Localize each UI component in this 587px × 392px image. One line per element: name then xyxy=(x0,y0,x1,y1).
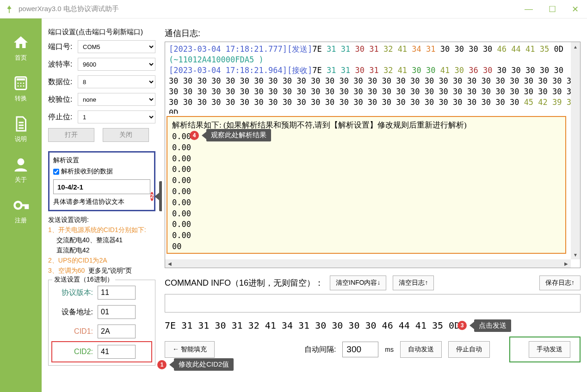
annotation-tip-1: 修改此处CID2值 xyxy=(174,358,234,371)
log-header: 通信日志: xyxy=(165,28,581,39)
annotation-tip-4: 观察此处解析结果 xyxy=(206,129,271,141)
scroll-right-icon[interactable]: ▶ xyxy=(562,259,571,268)
send-settings-fieldset: 发送设置（16进制） 协议版本: 设备地址: CID1: CID2: xyxy=(48,280,155,366)
addr-label: 设备地址: xyxy=(52,307,93,317)
parse-settings-box: 解析设置 解析接收到的数据 具体请参考通信协议文本 2 修改此处规则 xyxy=(48,151,155,211)
svg-point-11 xyxy=(18,159,25,165)
scroll-up-icon[interactable]: ▲ xyxy=(571,42,580,51)
port-settings-title: 端口设置(点击端口号刷新端口) xyxy=(48,28,155,37)
send-help-line: 1、开关电源系统的CID1分别如下: xyxy=(48,226,155,234)
annotation-arrow-icon xyxy=(169,361,174,368)
svg-point-2 xyxy=(18,83,19,84)
send-help-line: 2、UPS的CID1为2A xyxy=(48,257,155,265)
parse-value: 00 xyxy=(172,252,561,254)
parity-select[interactable]: none xyxy=(78,93,155,106)
log-encoded: (~11012A410000FDA5 ) xyxy=(169,55,264,64)
sidebar-item-home[interactable]: 首页 xyxy=(0,28,42,68)
parse-rule-input[interactable] xyxy=(53,179,150,194)
annotation-arrow-icon xyxy=(470,322,474,329)
annotation-badge-2: 2 xyxy=(150,192,154,201)
vertical-scrollbar[interactable]: ▲▼ xyxy=(571,42,580,259)
stopbits-label: 停止位: xyxy=(48,112,78,122)
sidebar-item-about[interactable]: 关于 xyxy=(0,150,42,190)
cid2-highlight-box: CID2: xyxy=(51,341,152,362)
sidebar-item-register[interactable]: 注册 xyxy=(0,190,42,231)
annotation-badge-1: 1 xyxy=(157,360,167,369)
save-log-button[interactable]: 保存日志↑ xyxy=(539,276,581,290)
interval-label: 自动间隔: xyxy=(304,345,336,355)
parse-value: 0.00 xyxy=(172,175,561,186)
port-select[interactable]: COM5 xyxy=(78,40,155,53)
open-port-button[interactable]: 打开 xyxy=(48,128,94,142)
parse-value: 0.00 xyxy=(172,208,561,220)
log-hex-bytes: 7E 31 31 30 31 32 41 34 31 30 30 30 30 4… xyxy=(312,44,563,54)
manual-send-button[interactable]: 手动发送 xyxy=(529,341,570,358)
parse-value: 0.00 xyxy=(172,186,561,197)
annotation-tip-3: 点击发送 xyxy=(474,319,511,332)
send-settings-legend: 发送设置（16进制） xyxy=(52,276,115,284)
sidebar-label: 转换 xyxy=(0,94,42,103)
send-help-title: 发送设置说明: xyxy=(48,216,155,224)
parse-title: 解析设置 xyxy=(53,156,150,165)
calculator-icon xyxy=(12,75,29,92)
stop-auto-button[interactable]: 停止自动 xyxy=(448,341,490,358)
smart-fill-button[interactable]: ← 智能填充 xyxy=(165,341,215,358)
parse-value: 0.00 xyxy=(172,142,561,153)
right-panel: 通信日志: [2023-03-04 17:18:21.777][发送]7E 31… xyxy=(162,18,587,392)
app-logo-icon xyxy=(5,5,14,14)
interval-input[interactable] xyxy=(342,342,378,357)
parse-checkbox-label[interactable]: 解析接收到的数据 xyxy=(53,167,150,176)
clear-log-button[interactable]: 清空日志↑ xyxy=(393,276,434,290)
svg-point-6 xyxy=(20,86,22,87)
databits-select[interactable]: 8 xyxy=(78,75,155,88)
hex-output-display: 7E 31 31 30 31 32 41 34 31 30 30 30 30 4… xyxy=(165,320,581,331)
close-port-button[interactable]: 关闭 xyxy=(103,128,149,142)
send-help-line: 3、空调为60 xyxy=(48,267,85,274)
log-content: [2023-03-04 17:18:21.777][发送]7E 31 31 30… xyxy=(165,42,580,114)
cid1-input[interactable] xyxy=(98,325,136,338)
maximize-icon[interactable]: ☐ xyxy=(545,2,560,16)
parse-value: 00 xyxy=(172,241,561,252)
annotation-badge-4: 4 xyxy=(190,131,199,140)
port-label: 端口号: xyxy=(48,42,78,52)
log-timestamp: [2023-03-04 17:18:21.777] xyxy=(169,44,287,54)
minimize-icon[interactable]: — xyxy=(521,2,537,16)
auto-send-button[interactable]: 自动发送 xyxy=(400,341,442,358)
parse-value: 0.00 xyxy=(172,219,561,230)
horizontal-scrollbar[interactable]: ◀▶ xyxy=(165,259,571,268)
cid2-input[interactable] xyxy=(98,345,136,359)
svg-point-7 xyxy=(23,86,25,87)
log-area: [2023-03-04 17:18:21.777][发送]7E 31 31 30… xyxy=(165,42,581,268)
clear-info-button[interactable]: 清空INFO内容↓ xyxy=(330,276,386,290)
sidebar-label: 注册 xyxy=(0,216,42,225)
send-help-link[interactable]: 更多见"说明"页 xyxy=(88,267,132,274)
parse-value: 0.00 xyxy=(172,230,561,241)
protocol-input[interactable] xyxy=(98,286,136,300)
baud-select[interactable]: 9600 xyxy=(78,58,155,71)
addr-input[interactable] xyxy=(98,305,136,319)
parse-value: 0.00 xyxy=(172,153,561,165)
annotation-badge-3: 3 xyxy=(457,321,467,330)
app-title: powerXray3.0 电总协议调试助手 xyxy=(19,5,119,13)
parse-value: 0.00 xyxy=(172,164,561,175)
cid1-label: CID1: xyxy=(52,327,93,336)
sidebar-item-convert[interactable]: 转换 xyxy=(0,68,42,109)
scroll-down-icon[interactable]: ▼ xyxy=(571,250,580,259)
annotation-tip-2: 修改此处规则 xyxy=(159,181,162,211)
log-timestamp: [2023-03-04 17:18:21.964] xyxy=(169,66,287,75)
cmd-info-input[interactable] xyxy=(165,294,581,312)
sidebar-item-docs[interactable]: 说明 xyxy=(0,109,42,150)
sidebar-label: 首页 xyxy=(0,54,42,62)
sidebar-label: 关于 xyxy=(0,176,42,184)
cid2-label: CID2: xyxy=(52,348,93,356)
parity-label: 校验位: xyxy=(48,95,78,104)
scroll-left-icon[interactable]: ◀ xyxy=(165,259,174,268)
stopbits-select[interactable]: 1 xyxy=(78,110,155,123)
protocol-label: 协议版本: xyxy=(52,288,93,298)
parse-checkbox[interactable] xyxy=(53,169,59,175)
cmd-info-label: COMMAND INFO（16进制，无则留空）： xyxy=(165,277,323,288)
user-icon xyxy=(12,156,29,173)
close-icon[interactable]: ✕ xyxy=(568,2,582,16)
interval-unit: ms xyxy=(385,346,394,353)
log-send-label: [发送] xyxy=(287,44,312,54)
